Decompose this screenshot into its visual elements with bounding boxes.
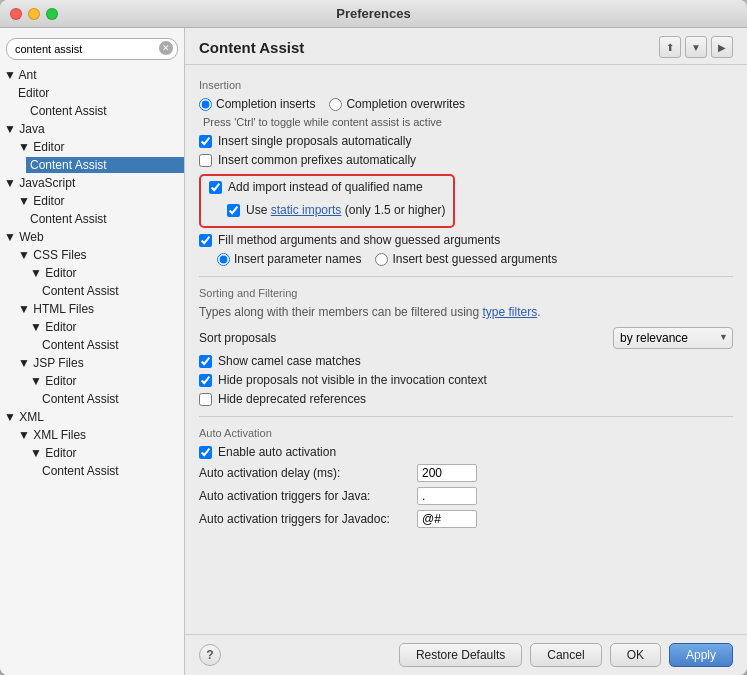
tree-item-jsp-editor[interactable]: ▼ Editor	[0, 372, 184, 390]
tree-item-jsp-files[interactable]: ▼ JSP Files	[0, 354, 184, 372]
show-camel-checkbox[interactable]	[199, 355, 212, 368]
xml-files-label: ▼ XML Files	[18, 428, 86, 442]
completion-inserts-label: Completion inserts	[216, 97, 315, 111]
maximize-button[interactable]	[46, 8, 58, 20]
xml-ca-label: Content Assist	[42, 464, 119, 478]
content-scroll: Insertion Completion inserts Completion …	[185, 65, 747, 634]
enable-auto-row: Enable auto activation	[199, 445, 733, 459]
css-editor-label: ▼ Editor	[30, 266, 77, 280]
tree-item-js-ca[interactable]: Content Assist	[0, 210, 184, 228]
add-import-checkbox[interactable]	[209, 181, 222, 194]
tree-label-css-ca[interactable]: Content Assist	[38, 283, 184, 299]
tree-label-js-ca[interactable]: Content Assist	[26, 211, 184, 227]
tree-item-html-ca[interactable]: Content Assist	[0, 336, 184, 354]
tree-item-ant-ca[interactable]: Content Assist	[0, 102, 184, 120]
tree-label-jsp-editor[interactable]: ▼ Editor	[26, 373, 184, 389]
insert-common-checkbox[interactable]	[199, 154, 212, 167]
tree-item-ant-editor[interactable]: Editor	[0, 84, 184, 102]
tree-label-ant[interactable]: ▼ Ant	[0, 67, 184, 83]
tree-label-css-editor[interactable]: ▼ Editor	[26, 265, 184, 281]
insert-best-radio[interactable]	[375, 253, 388, 266]
js-editor-label: ▼ Editor	[18, 194, 65, 208]
tree-label-ant-editor[interactable]: Editor	[14, 85, 184, 101]
close-button[interactable]	[10, 8, 22, 20]
completion-inserts-option[interactable]: Completion inserts	[199, 97, 315, 111]
tree-label-javascript[interactable]: ▼ JavaScript	[0, 175, 184, 191]
completion-overwrites-option[interactable]: Completion overwrites	[329, 97, 465, 111]
hide-not-visible-checkbox[interactable]	[199, 374, 212, 387]
tree-item-html-files[interactable]: ▼ HTML Files	[0, 300, 184, 318]
completion-inserts-radio[interactable]	[199, 98, 212, 111]
insert-best-option[interactable]: Insert best guessed arguments	[375, 252, 557, 266]
static-imports-link[interactable]: static imports	[271, 203, 342, 217]
delay-input[interactable]	[417, 464, 477, 482]
arrow-right-icon-button[interactable]: ▶	[711, 36, 733, 58]
insert-param-names-radio[interactable]	[217, 253, 230, 266]
tree-item-jsp-ca[interactable]: Content Assist	[0, 390, 184, 408]
tree-label-xml-editor[interactable]: ▼ Editor	[26, 445, 184, 461]
back-icon-button[interactable]: ⬆	[659, 36, 681, 58]
search-input[interactable]	[6, 38, 178, 60]
footer-buttons: ? Restore Defaults Cancel OK Apply	[185, 634, 747, 675]
tree-label-xml-ca[interactable]: Content Assist	[38, 463, 184, 479]
tree-item-css-editor[interactable]: ▼ Editor	[0, 264, 184, 282]
jsp-ca-label: Content Assist	[42, 392, 119, 406]
tree-label-jsp-ca[interactable]: Content Assist	[38, 391, 184, 407]
tree-item-css-ca[interactable]: Content Assist	[0, 282, 184, 300]
tree-item-xml-ca[interactable]: Content Assist	[0, 462, 184, 480]
tree-item-java-editor[interactable]: ▼ Editor	[0, 138, 184, 156]
sort-select[interactable]: by relevance alphabetically	[613, 327, 733, 349]
tree-item-xml-files[interactable]: ▼ XML Files	[0, 426, 184, 444]
tree-label-xml[interactable]: ▼ XML	[0, 409, 184, 425]
tree-label-java-editor[interactable]: ▼ Editor	[14, 139, 184, 155]
tree-label-html-files[interactable]: ▼ HTML Files	[14, 301, 184, 317]
sort-proposals-label: Sort proposals	[199, 331, 276, 345]
add-import-label: Add import instead of qualified name	[228, 180, 423, 194]
tree-item-html-editor[interactable]: ▼ Editor	[0, 318, 184, 336]
tree-label-web[interactable]: ▼ Web	[0, 229, 184, 245]
minimize-button[interactable]	[28, 8, 40, 20]
insert-param-names-label: Insert parameter names	[234, 252, 361, 266]
tree-item-js-editor[interactable]: ▼ Editor	[0, 192, 184, 210]
enable-auto-checkbox[interactable]	[199, 446, 212, 459]
ok-button[interactable]: OK	[610, 643, 661, 667]
fill-method-checkbox[interactable]	[199, 234, 212, 247]
type-filters-link[interactable]: type filters	[483, 305, 538, 319]
insert-param-names-option[interactable]: Insert parameter names	[217, 252, 361, 266]
search-clear-icon[interactable]: ✕	[159, 41, 173, 55]
completion-overwrites-radio[interactable]	[329, 98, 342, 111]
tree-item-web[interactable]: ▼ Web	[0, 228, 184, 246]
use-static-checkbox[interactable]	[227, 204, 240, 217]
tree-label-ant-ca[interactable]: Content Assist	[26, 103, 184, 119]
tree-item-xml-editor[interactable]: ▼ Editor	[0, 444, 184, 462]
triggers-java-input[interactable]	[417, 487, 477, 505]
web-label: ▼ Web	[4, 230, 44, 244]
tree-item-css-files[interactable]: ▼ CSS Files	[0, 246, 184, 264]
hide-deprecated-checkbox[interactable]	[199, 393, 212, 406]
sort-proposals-row: Sort proposals by relevance alphabetical…	[199, 327, 733, 349]
restore-defaults-button[interactable]: Restore Defaults	[399, 643, 522, 667]
hide-not-visible-row: Hide proposals not visible in the invoca…	[199, 373, 733, 387]
triggers-javadoc-label: Auto activation triggers for Javadoc:	[199, 512, 409, 526]
tree-label-java-ca[interactable]: Content Assist	[26, 157, 184, 173]
tree-label-xml-files[interactable]: ▼ XML Files	[14, 427, 184, 443]
cancel-button[interactable]: Cancel	[530, 643, 601, 667]
tree-label-html-editor[interactable]: ▼ Editor	[26, 319, 184, 335]
apply-button[interactable]: Apply	[669, 643, 733, 667]
tree-item-javascript[interactable]: ▼ JavaScript	[0, 174, 184, 192]
insert-single-checkbox[interactable]	[199, 135, 212, 148]
tree-label-css-files[interactable]: ▼ CSS Files	[14, 247, 184, 263]
tree-label-js-editor[interactable]: ▼ Editor	[14, 193, 184, 209]
tree-label-jsp-files[interactable]: ▼ JSP Files	[14, 355, 184, 371]
tree-label-html-ca[interactable]: Content Assist	[38, 337, 184, 353]
tree-item-java[interactable]: ▼ Java	[0, 120, 184, 138]
tree-item-xml[interactable]: ▼ XML	[0, 408, 184, 426]
tree-label-java[interactable]: ▼ Java	[0, 121, 184, 137]
content-panel: Content Assist ⬆ ▼ ▶ Insertion Completio…	[185, 28, 747, 675]
tree-item-java-ca[interactable]: Content Assist	[0, 156, 184, 174]
tree-item-ant[interactable]: ▼ Ant	[0, 66, 184, 84]
delay-label: Auto activation delay (ms):	[199, 466, 409, 480]
dropdown-icon-button[interactable]: ▼	[685, 36, 707, 58]
help-button[interactable]: ?	[199, 644, 221, 666]
triggers-javadoc-input[interactable]	[417, 510, 477, 528]
